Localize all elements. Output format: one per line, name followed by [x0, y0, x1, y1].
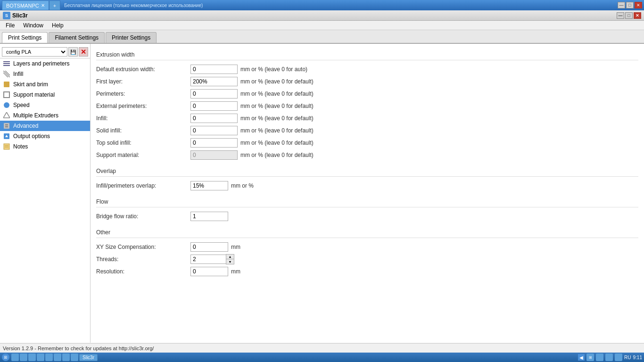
tab-strip: BOTSMANPC ✕ + Бесплатная лицензия (тольк…: [2, 0, 203, 10]
sidebar: config PLA 💾 ✕ Layers and perimeters Inf…: [0, 44, 91, 343]
app-maximize-btn[interactable]: □: [625, 12, 633, 19]
new-tab-button[interactable]: +: [49, 0, 60, 10]
sidebar-item-extruders[interactable]: Multiple Extruders: [0, 110, 90, 121]
config-save-button[interactable]: 💾: [68, 47, 78, 57]
config-select[interactable]: config PLA: [2, 47, 67, 57]
sidebar-item-notes[interactable]: Notes: [0, 141, 90, 152]
browser-maximize-btn[interactable]: □: [626, 2, 634, 8]
browser-tab-active[interactable]: BOTSMANPC ✕: [2, 0, 49, 10]
unit-infill-perimeters-overlap: mm or %: [231, 182, 254, 189]
menu-bar: File Window Help: [0, 21, 644, 30]
svg-rect-15: [4, 144, 9, 149]
row-bridge-flow-ratio: Bridge flow ratio:: [96, 211, 638, 222]
infill-icon: [3, 70, 10, 78]
browser-window-controls: — □ ✕: [618, 2, 642, 8]
sidebar-label-support: Support material: [13, 91, 55, 98]
sidebar-item-support[interactable]: Support material: [0, 90, 90, 100]
input-xy-size-compensation[interactable]: [190, 242, 228, 252]
label-infill-perimeters-overlap: Infill/perimeters overlap:: [96, 182, 190, 189]
section-flow: Flow: [96, 198, 638, 207]
label-default-extrusion-width: Default extrusion width:: [96, 66, 190, 73]
app-minimize-btn[interactable]: —: [617, 12, 624, 19]
row-support-material-width: Support material: mm or % (leave 0 for d…: [96, 150, 638, 160]
row-perimeters: Perimeters: mm or % (leave 0 for default…: [96, 89, 638, 99]
app-title-left: S Slic3r: [3, 12, 28, 19]
sidebar-item-output[interactable]: Output options: [0, 131, 90, 141]
layers-icon: [3, 60, 10, 67]
sidebar-item-advanced[interactable]: Advanced: [0, 121, 90, 131]
unit-support-material-width: mm or % (leave 0 for default): [240, 152, 314, 158]
sidebar-label-notes: Notes: [13, 143, 28, 150]
sidebar-label-output: Output options: [13, 133, 50, 140]
sidebar-label-extruders: Multiple Extruders: [13, 112, 58, 119]
section-other: Other: [96, 229, 638, 238]
browser-minimize-btn[interactable]: —: [618, 2, 625, 8]
extruder-icon: [3, 112, 10, 119]
notes-icon: [3, 143, 10, 150]
unit-xy-size-compensation: mm: [231, 244, 240, 250]
sidebar-label-skirt: Skirt and brim: [13, 81, 48, 88]
tab-printer-settings[interactable]: Printer Settings: [106, 32, 157, 43]
input-infill[interactable]: [190, 114, 238, 123]
svg-rect-0: [3, 61, 10, 62]
section-extrusion-width: Extrusion width: [96, 51, 638, 60]
row-infill-perimeters-overlap: Infill/perimeters overlap: mm or %: [96, 181, 638, 191]
threads-spinner-buttons: ▲ ▼: [226, 254, 234, 264]
input-first-layer[interactable]: [190, 77, 238, 86]
row-external-perimeters: External perimeters: mm or % (leave 0 fo…: [96, 101, 638, 111]
input-threads[interactable]: [190, 255, 226, 264]
input-resolution[interactable]: [190, 267, 228, 276]
label-support-material-width: Support material:: [96, 152, 190, 158]
unit-infill: mm or % (leave 0 for default): [240, 115, 314, 122]
unit-perimeters: mm or % (leave 0 for default): [240, 90, 314, 97]
sidebar-item-layers[interactable]: Layers and perimeters: [0, 58, 90, 69]
browser-tab-close[interactable]: ✕: [41, 3, 45, 8]
app-window-controls: — □ ✕: [617, 12, 641, 19]
input-solid-infill[interactable]: [190, 126, 238, 135]
menu-file[interactable]: File: [2, 21, 18, 30]
threads-up-button[interactable]: ▲: [226, 255, 234, 259]
label-first-layer: First layer:: [96, 78, 190, 85]
section-overlap: Overlap: [96, 168, 638, 177]
label-xy-size-compensation: XY Size Compensation:: [96, 244, 190, 250]
sidebar-label-advanced: Advanced: [13, 123, 38, 129]
browser-title-bar: BOTSMANPC ✕ + Бесплатная лицензия (тольк…: [0, 0, 644, 10]
label-solid-infill: Solid infill:: [96, 127, 190, 134]
sidebar-item-infill[interactable]: Infill: [0, 69, 90, 79]
config-delete-button[interactable]: ✕: [79, 47, 88, 57]
browser-close-btn[interactable]: ✕: [635, 2, 642, 8]
input-infill-perimeters-overlap[interactable]: [190, 181, 228, 190]
output-icon: [3, 132, 10, 140]
input-support-material-width[interactable]: [190, 150, 238, 160]
input-default-extrusion-width[interactable]: [190, 65, 238, 74]
input-top-solid-infill[interactable]: [190, 138, 238, 148]
app-icon: S: [3, 12, 10, 19]
row-xy-size-compensation: XY Size Compensation: mm: [96, 242, 638, 252]
tab-filament-settings[interactable]: Filament Settings: [49, 32, 105, 43]
sidebar-item-skirt[interactable]: Skirt and brim: [0, 79, 90, 90]
new-tab-icon: +: [53, 3, 56, 8]
label-perimeters: Perimeters:: [96, 90, 190, 97]
input-perimeters[interactable]: [190, 89, 238, 99]
svg-rect-7: [4, 92, 9, 98]
label-external-perimeters: External perimeters:: [96, 103, 190, 109]
browser-tab-label: BOTSMANPC: [6, 3, 39, 8]
row-solid-infill: Solid infill: mm or % (leave 0 for defau…: [96, 125, 638, 136]
support-icon: [3, 91, 10, 99]
sidebar-item-speed[interactable]: Speed: [0, 100, 90, 110]
menu-window[interactable]: Window: [19, 21, 47, 30]
label-top-solid-infill: Top solid infill:: [96, 140, 190, 146]
svg-rect-2: [3, 65, 10, 66]
input-external-perimeters[interactable]: [190, 101, 238, 111]
config-bar: config PLA 💾 ✕: [0, 46, 90, 58]
label-resolution: Resolution:: [96, 268, 190, 275]
menu-help[interactable]: Help: [48, 21, 67, 30]
tab-print-settings[interactable]: Print Settings: [2, 32, 48, 43]
label-threads: Threads:: [96, 256, 190, 263]
input-bridge-flow-ratio[interactable]: [190, 212, 228, 221]
row-first-layer: First layer: mm or % (leave 0 for defaul…: [96, 76, 638, 87]
row-threads: Threads: ▲ ▼: [96, 254, 638, 264]
app-close-btn[interactable]: ✕: [634, 12, 641, 19]
threads-down-button[interactable]: ▼: [226, 259, 234, 264]
sidebar-label-infill: Infill: [13, 71, 23, 77]
